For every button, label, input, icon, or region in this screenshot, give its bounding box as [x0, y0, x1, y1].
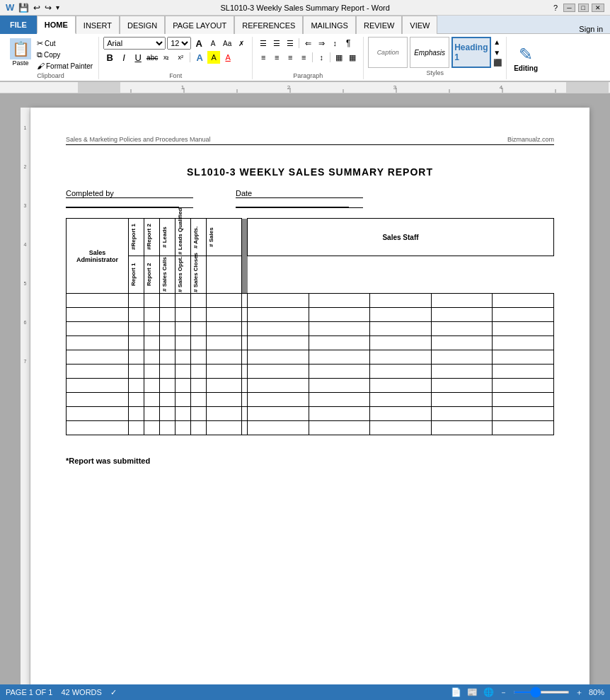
table-row	[67, 308, 554, 322]
zoom-level: 80%	[589, 688, 604, 696]
th-report2-right: Report 2	[144, 256, 160, 294]
tab-review[interactable]: REVIEW	[356, 16, 402, 34]
app-icon: W	[6, 2, 14, 13]
strikethrough-btn[interactable]: abc	[146, 51, 159, 64]
read-mode-btn[interactable]: 📄	[451, 687, 461, 697]
svg-rect-2	[566, 82, 609, 93]
font-case-btn[interactable]: Aa	[221, 37, 234, 50]
editing-group[interactable]: ✎ Editing	[507, 37, 545, 79]
report-table: SalesAdministrator #Report 1 #Report 2 #…	[66, 218, 554, 435]
align-center-btn[interactable]: ≡	[270, 51, 283, 64]
increase-indent-btn[interactable]: ⇒	[315, 37, 328, 50]
superscript-btn[interactable]: x²	[174, 51, 187, 64]
svg-text:4: 4	[500, 84, 503, 91]
tab-view[interactable]: VIEW	[402, 16, 437, 34]
proofing-icon[interactable]: ✓	[110, 688, 117, 697]
tab-home[interactable]: HOME	[37, 16, 76, 34]
page-info: PAGE 1 OF 1	[6, 688, 52, 696]
bullets-btn[interactable]: ☰	[257, 37, 270, 50]
print-layout-btn[interactable]: 📰	[467, 687, 478, 697]
file-tab[interactable]: FILE	[0, 16, 37, 34]
title-bar: W 💾 ↩ ↪ ▾ SL1010-3 Weekly Sales Summary …	[0, 0, 610, 16]
line-spacing-btn[interactable]: ↕	[315, 51, 328, 64]
help-btn[interactable]: ?	[551, 4, 560, 12]
svg-text:1: 1	[181, 84, 185, 91]
font-name-select[interactable]: Arial	[103, 37, 166, 50]
sign-in-btn[interactable]: Sign in	[572, 25, 610, 34]
styles-scroll[interactable]: ▲ ▼ ⬛	[493, 37, 502, 68]
multilevel-btn[interactable]: ☰	[284, 37, 297, 50]
qat-redo[interactable]: ↪	[45, 3, 52, 13]
table-row	[67, 365, 554, 379]
style-heading1[interactable]: Heading 1	[451, 37, 491, 68]
minimize-btn[interactable]: ─	[563, 4, 575, 12]
status-left: PAGE 1 OF 1 42 WORDS ✓	[6, 688, 117, 697]
report-note: *Report was submitted	[66, 457, 554, 465]
justify-btn[interactable]: ≡	[297, 51, 310, 64]
qat-undo[interactable]: ↩	[33, 3, 40, 13]
maximize-btn[interactable]: □	[578, 4, 589, 12]
style-emphasis[interactable]: Emphasis	[410, 37, 449, 68]
sort-btn[interactable]: ↕	[328, 37, 341, 50]
tab-references[interactable]: REFERENCES	[234, 16, 303, 34]
subscript-btn[interactable]: x₂	[160, 51, 173, 64]
svg-text:3: 3	[393, 84, 397, 91]
font-color-btn[interactable]: A	[221, 51, 234, 64]
paste-button[interactable]: 📋 Paste	[7, 37, 34, 68]
table-row	[67, 336, 554, 350]
qat-save[interactable]: 💾	[18, 3, 29, 13]
text-effects-btn[interactable]: A	[193, 51, 206, 64]
th-sales-calls: # Sales Calls	[160, 256, 175, 294]
italic-btn[interactable]: I	[117, 51, 130, 64]
tab-page-layout[interactable]: PAGE LAYOUT	[165, 16, 234, 34]
zoom-out-btn[interactable]: －	[500, 687, 507, 698]
font-size-select[interactable]: 12	[167, 37, 191, 50]
font-shrink-btn[interactable]: A	[207, 37, 219, 50]
align-left-btn[interactable]: ≡	[257, 51, 270, 64]
font-label: Font	[169, 72, 182, 79]
word-count: 42 WORDS	[61, 688, 101, 696]
vertical-ruler: 1 2 3 4 5 6 7	[21, 108, 30, 700]
format-painter-button[interactable]: 🖌Format Painter	[35, 61, 94, 71]
date-label: Date	[236, 189, 363, 198]
th-report1-left: #Report 1	[129, 219, 144, 256]
style-caption[interactable]: Caption	[368, 37, 408, 68]
shading-btn[interactable]: ▦	[333, 51, 345, 64]
window-controls: ? ─ □ ✕	[551, 4, 604, 12]
clipboard-group: 📋 Paste ✂Cut ⧉Copy 🖌Format Painter Clipb…	[3, 37, 99, 79]
svg-rect-1	[78, 82, 120, 93]
web-layout-btn[interactable]: 🌐	[483, 687, 494, 697]
styles-label: Styles	[368, 69, 502, 76]
th-sales-admin: SalesAdministrator	[67, 219, 129, 294]
th-appts: # Appts.	[191, 219, 207, 256]
show-marks-btn[interactable]: ¶	[342, 37, 355, 50]
bold-btn[interactable]: B	[103, 51, 116, 64]
report-title: SL1010-3 WEEKLY SALES SUMMARY REPORT	[66, 166, 554, 178]
qat-customize[interactable]: ▾	[56, 4, 59, 11]
completed-by-label: Completed by	[66, 189, 193, 198]
tab-insert[interactable]: INSERT	[76, 16, 120, 34]
copy-button[interactable]: ⧉Copy	[35, 50, 94, 60]
paragraph-group: ☰ ☰ ☰ ⇐ ⇒ ↕ ¶ ≡ ≡ ≡ ≡ ↕ ▦ ▦ Paragraph	[253, 37, 364, 79]
align-right-btn[interactable]: ≡	[284, 51, 297, 64]
th-sales-oppt: # Sales Oppt.	[175, 256, 191, 294]
numbering-btn[interactable]: ☰	[270, 37, 283, 50]
table-row	[67, 407, 554, 421]
font-group: Arial 12 A A Aa ✗ B I U abc x₂ x² A A	[99, 37, 253, 79]
close-btn[interactable]: ✕	[592, 4, 604, 12]
font-clear-btn[interactable]: ✗	[235, 37, 248, 50]
underline-btn[interactable]: U	[132, 51, 144, 64]
zoom-slider[interactable]	[513, 691, 570, 694]
th-report2-left: #Report 2	[144, 219, 160, 256]
font-grow-btn[interactable]: A	[192, 37, 205, 50]
decrease-indent-btn[interactable]: ⇐	[301, 37, 314, 50]
status-bar: PAGE 1 OF 1 42 WORDS ✓ 📄 📰 🌐 － ＋ 80%	[0, 684, 610, 700]
window-title: SL1010-3 Weekly Sales Summary Report - W…	[221, 4, 390, 12]
highlight-btn[interactable]: A	[207, 51, 220, 64]
paragraph-label: Paragraph	[293, 72, 323, 79]
cut-button[interactable]: ✂Cut	[35, 38, 94, 49]
borders-btn[interactable]: ▦	[346, 51, 359, 64]
zoom-in-btn[interactable]: ＋	[575, 687, 583, 698]
tab-mailings[interactable]: MAILINGS	[303, 16, 356, 34]
tab-design[interactable]: DESIGN	[120, 16, 165, 34]
